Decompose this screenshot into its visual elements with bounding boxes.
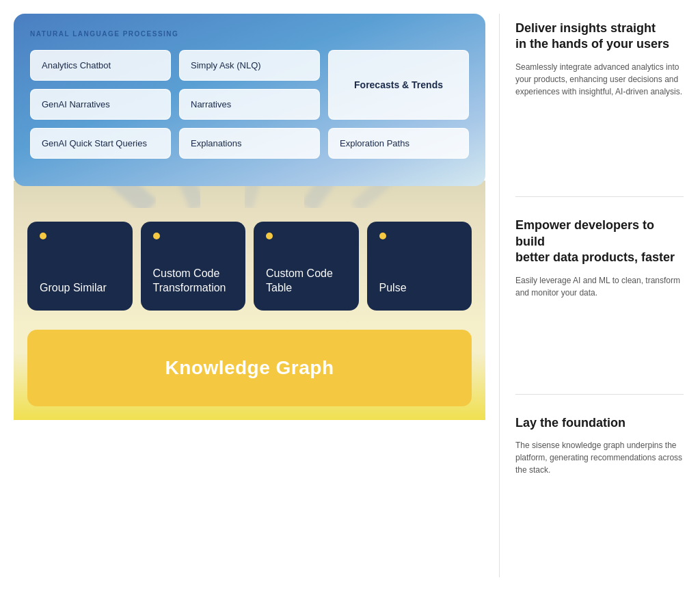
dark-card-custom-code-table[interactable]: Custom Code Table xyxy=(254,222,359,311)
knowledge-graph-box[interactable]: Knowledge Graph xyxy=(27,330,472,406)
dark-card-custom-code-transformation[interactable]: Custom Code Transformation xyxy=(141,222,246,311)
nlp-card-genai-quick-start[interactable]: GenAI Quick Start Queries xyxy=(30,128,171,159)
nlp-card-analytics-chatbot[interactable]: Analytics Chatbot xyxy=(30,50,171,81)
nlp-card-forecasts-trends[interactable]: Forecasts & Trends xyxy=(328,50,469,120)
dot-custom-code-table xyxy=(266,233,273,239)
deliver-insights-heading: Deliver insights straightin the hands of… xyxy=(515,21,684,53)
dark-card-group-similar[interactable]: Group Similar xyxy=(27,222,133,311)
lay-foundation-heading: Lay the foundation xyxy=(515,415,684,431)
empower-developers-heading: Empower developers to buildbetter data p… xyxy=(515,218,684,265)
dark-card-pulse[interactable]: Pulse xyxy=(367,222,472,311)
nlp-card-narratives[interactable]: Narratives xyxy=(179,89,320,120)
nlp-label: NATURAL LANGUAGE PROCESSING xyxy=(30,30,469,38)
right-panel: Deliver insights straightin the hands of… xyxy=(499,0,700,591)
right-section-lay-foundation: Lay the foundation The sisense knowledge… xyxy=(515,415,684,570)
dark-cards-row: Group Similar Custom Code Transformation… xyxy=(27,222,472,311)
nlp-card-exploration-paths[interactable]: Exploration Paths xyxy=(328,128,469,159)
knowledge-graph-label: Knowledge Graph xyxy=(41,357,458,379)
dot-pulse xyxy=(379,233,386,239)
right-section-deliver-insights: Deliver insights straightin the hands of… xyxy=(515,21,684,197)
nlp-section: NATURAL LANGUAGE PROCESSING Analytics Ch… xyxy=(14,14,485,186)
deliver-insights-body: Seamlessly integrate advanced analytics … xyxy=(515,61,684,98)
cards-section: Group Similar Custom Code Transformation… xyxy=(14,215,485,324)
right-section-empower-developers: Empower developers to buildbetter data p… xyxy=(515,218,684,394)
nlp-card-explanations[interactable]: Explanations xyxy=(179,128,320,159)
lay-foundation-body: The sisense knowledge graph underpins th… xyxy=(515,439,684,476)
nlp-card-simply-ask[interactable]: Simply Ask (NLQ) xyxy=(179,50,320,81)
dot-custom-code-transformation xyxy=(153,233,160,239)
knowledge-graph-section: Knowledge Graph xyxy=(14,324,485,420)
left-panel: NATURAL LANGUAGE PROCESSING Analytics Ch… xyxy=(0,0,499,591)
empower-developers-body: Easily leverage AI and ML to clean, tran… xyxy=(515,274,684,299)
vertical-divider xyxy=(499,14,500,577)
nlp-card-genai-narratives[interactable]: GenAI Narratives xyxy=(30,89,171,120)
dot-group-similar xyxy=(40,233,46,239)
nlp-grid: Analytics Chatbot Simply Ask (NLQ) Forec… xyxy=(30,50,469,159)
